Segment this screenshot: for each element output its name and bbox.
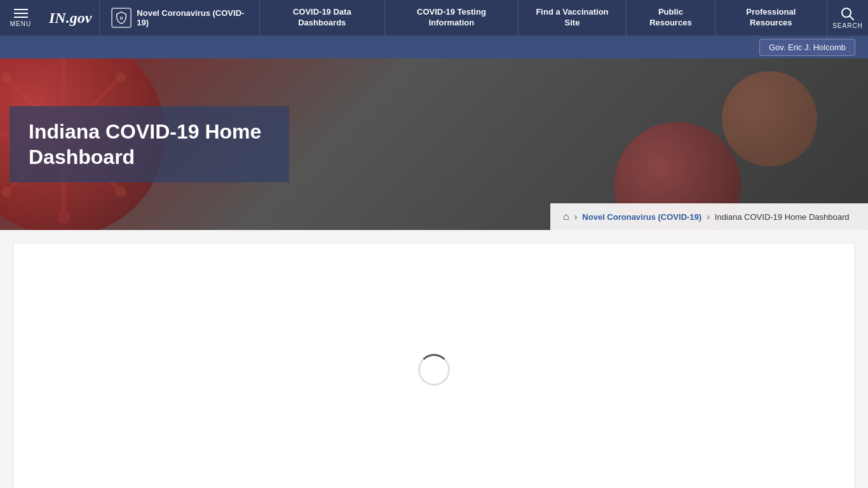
site-logo[interactable]: IN.gov xyxy=(41,0,99,36)
covid-shield-icon: H xyxy=(111,8,132,28)
menu-button[interactable]: MENU xyxy=(0,0,41,36)
breadcrumb-current: Indiana COVID-19 Home Dashboard xyxy=(715,212,850,222)
search-icon xyxy=(841,7,855,21)
breadcrumb-separator-1: › xyxy=(574,212,578,222)
shield-svg: H xyxy=(115,11,128,24)
gov-button[interactable]: Gov. Eric J. Holcomb xyxy=(759,39,855,56)
menu-label: MENU xyxy=(10,20,31,27)
logo-text: IN.gov xyxy=(49,10,92,27)
virus-blob-tertiary xyxy=(722,71,817,166)
breadcrumb-separator-2: › xyxy=(707,212,710,222)
content-card xyxy=(13,243,855,488)
search-label: SEARCH xyxy=(832,22,863,29)
main-nav: MENU IN.gov H Novel Coronavirus (COVID-1… xyxy=(0,0,868,36)
breadcrumb: ⌂ › Novel Coronavirus (COVID-19) › India… xyxy=(550,203,868,230)
secondary-bar: Gov. Eric J. Holcomb xyxy=(0,36,868,58)
nav-testing-label: COVID-19 Testing Information xyxy=(397,7,506,29)
svg-point-16 xyxy=(116,187,126,197)
nav-professional-label: Professional Resources xyxy=(727,7,815,29)
nav-item-testing[interactable]: COVID-19 Testing Information xyxy=(384,0,518,36)
nav-item-covid[interactable]: H Novel Coronavirus (COVID-19) xyxy=(99,0,259,36)
svg-line-2 xyxy=(850,16,854,20)
svg-point-17 xyxy=(1,187,11,197)
nav-vaccination-label: Find a Vaccination Site xyxy=(530,7,614,29)
nav-item-dashboards[interactable]: COVID-19 Data Dashboards xyxy=(259,0,384,36)
nav-item-public[interactable]: Public Resources xyxy=(626,0,715,36)
main-content xyxy=(0,230,868,488)
hamburger-icon xyxy=(14,9,28,18)
nav-items: H Novel Coronavirus (COVID-19) COVID-19 … xyxy=(99,0,827,36)
nav-dashboards-label: COVID-19 Data Dashboards xyxy=(271,7,373,29)
svg-point-15 xyxy=(116,72,126,83)
svg-text:H: H xyxy=(120,16,123,20)
search-button[interactable]: SEARCH xyxy=(827,0,868,36)
page-title: Indiana COVID-19 Home Dashboard xyxy=(29,119,270,170)
breadcrumb-link[interactable]: Novel Coronavirus (COVID-19) xyxy=(582,212,702,222)
loading-spinner xyxy=(418,354,450,386)
svg-point-18 xyxy=(1,72,11,83)
breadcrumb-home-icon[interactable]: ⌂ xyxy=(563,211,569,222)
nav-covid-label: Novel Coronavirus (COVID-19) xyxy=(137,8,247,27)
nav-public-label: Public Resources xyxy=(638,7,703,29)
hero-section: Indiana COVID-19 Home Dashboard ⌂ › Nove… xyxy=(0,58,868,230)
nav-item-vaccination[interactable]: Find a Vaccination Site xyxy=(518,0,626,36)
nav-item-professional[interactable]: Professional Resources xyxy=(715,0,827,36)
svg-point-13 xyxy=(57,211,70,224)
hero-title-box: Indiana COVID-19 Home Dashboard xyxy=(10,106,289,182)
